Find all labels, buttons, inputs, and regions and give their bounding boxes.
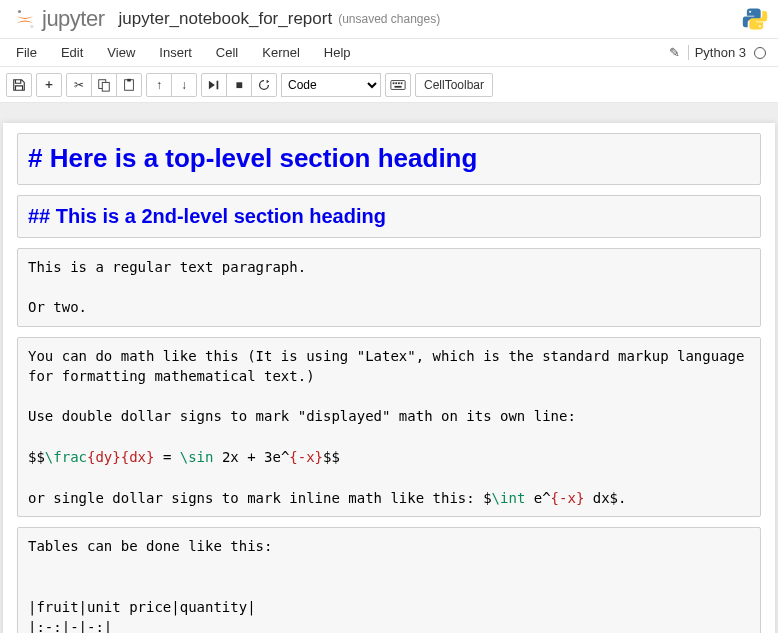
menu-cell[interactable]: Cell (204, 39, 250, 66)
cut-button[interactable]: ✂ (66, 73, 92, 97)
kernel-name[interactable]: Python 3 (688, 45, 746, 60)
arrow-down-icon: ↓ (181, 78, 187, 92)
header: jupyter jupyter_notebook_for_report (uns… (0, 0, 778, 38)
copy-button[interactable] (91, 73, 117, 97)
menu-view[interactable]: View (95, 39, 147, 66)
svg-rect-8 (217, 80, 219, 89)
svg-point-0 (18, 10, 21, 13)
restart-icon (257, 78, 271, 92)
kernel-indicator-icon[interactable] (754, 47, 766, 59)
menu-insert[interactable]: Insert (147, 39, 204, 66)
toolbar: ＋ ✂ ↑ ↓ ■ Code Markdown Raw NBConvert He… (0, 67, 778, 103)
restart-button[interactable] (251, 73, 277, 97)
svg-rect-9 (391, 80, 405, 89)
celltype-select[interactable]: Code Markdown Raw NBConvert Heading (281, 73, 381, 97)
celltoolbar-button[interactable]: CellToolbar (415, 73, 493, 97)
copy-icon (97, 78, 111, 92)
menu-help[interactable]: Help (312, 39, 363, 66)
keyboard-icon (390, 79, 406, 91)
scissors-icon: ✂ (74, 78, 84, 92)
cell-heading-1[interactable]: # Here is a top-level section heading (17, 133, 761, 185)
cell-paragraph[interactable]: This is a regular text paragraph. Or two… (17, 248, 761, 327)
svg-rect-12 (398, 82, 400, 84)
move-down-button[interactable]: ↓ (171, 73, 197, 97)
jupyter-logo-icon (14, 8, 36, 30)
python-logo-icon (742, 6, 768, 32)
svg-rect-11 (395, 82, 397, 84)
svg-point-3 (759, 25, 761, 27)
move-up-button[interactable]: ↑ (146, 73, 172, 97)
cell-math[interactable]: You can do math like this (It is using "… (17, 337, 761, 517)
paste-button[interactable] (116, 73, 142, 97)
command-palette-button[interactable] (385, 73, 411, 97)
save-button[interactable] (6, 73, 32, 97)
menubar: File Edit View Insert Cell Kernel Help ✎… (0, 38, 778, 67)
cell-heading-2[interactable]: ## This is a 2nd-level section heading (17, 195, 761, 238)
stop-icon: ■ (235, 78, 242, 92)
add-cell-button[interactable]: ＋ (36, 73, 62, 97)
svg-rect-7 (127, 78, 131, 81)
svg-point-1 (30, 25, 33, 28)
interrupt-button[interactable]: ■ (226, 73, 252, 97)
save-status: (unsaved changes) (338, 12, 440, 26)
menu-file[interactable]: File (4, 39, 49, 66)
cell-table[interactable]: Tables can be done like this: |fruit|uni… (17, 527, 761, 633)
menu-kernel[interactable]: Kernel (250, 39, 312, 66)
menu-edit[interactable]: Edit (49, 39, 95, 66)
svg-rect-13 (401, 82, 403, 84)
arrow-up-icon: ↑ (156, 78, 162, 92)
jupyter-logo-text: jupyter (42, 6, 105, 32)
svg-rect-5 (102, 82, 109, 91)
svg-rect-14 (394, 85, 401, 87)
run-button[interactable] (201, 73, 227, 97)
paste-icon (122, 78, 136, 92)
notebook: # Here is a top-level section heading ##… (3, 123, 775, 633)
save-icon (12, 78, 26, 92)
jupyter-logo[interactable]: jupyter (14, 6, 105, 32)
pencil-icon[interactable]: ✎ (669, 45, 680, 60)
svg-point-2 (749, 11, 751, 13)
plus-icon: ＋ (43, 76, 55, 93)
notebook-name[interactable]: jupyter_notebook_for_report (119, 9, 333, 29)
svg-rect-10 (393, 82, 395, 84)
notebook-container: # Here is a top-level section heading ##… (0, 103, 778, 633)
run-icon (207, 79, 221, 91)
